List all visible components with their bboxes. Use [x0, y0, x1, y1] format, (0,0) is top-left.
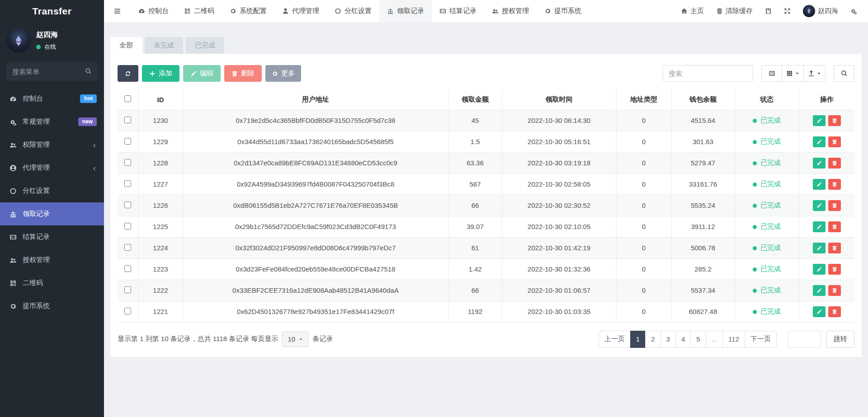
delete-row-button[interactable] — [828, 136, 841, 147]
delete-row-button[interactable] — [828, 221, 841, 232]
select-all-checkbox[interactable] — [124, 95, 131, 102]
status-dot-icon — [753, 267, 757, 272]
topnav-tab-authorization[interactable]: 授权管理 — [484, 0, 537, 22]
topnav-tab-label: 领取记录 — [397, 7, 424, 15]
fullscreen-button[interactable] — [784, 8, 791, 14]
row-checkbox[interactable] — [124, 244, 131, 251]
edit-row-button[interactable] — [813, 243, 826, 253]
page-button-3[interactable]: 3 — [660, 331, 676, 348]
row-checkbox[interactable] — [124, 138, 131, 145]
refresh-button[interactable] — [118, 65, 138, 82]
delete-row-button[interactable] — [828, 115, 841, 126]
user-menu[interactable]: 赵四海 — [803, 5, 838, 17]
top-navbar: 控制台 二维码 系统配置 代理管理 分红设置 领取记录 — [104, 0, 868, 22]
toggle-view-button[interactable] — [761, 65, 782, 82]
edit-row-button[interactable] — [813, 264, 826, 275]
edit-row-button[interactable] — [813, 306, 826, 317]
status-badge: 已完成 — [760, 244, 781, 251]
topnav-tab-dividends[interactable]: 分红设置 — [327, 0, 379, 22]
topnav-tab-system-config[interactable]: 系统配置 — [222, 0, 274, 22]
topnav-tab-agents[interactable]: 代理管理 — [274, 0, 327, 22]
sidebar-item-agents[interactable]: 代理管理 ‹ — [0, 156, 104, 179]
delete-row-button[interactable] — [828, 243, 841, 253]
sidebar-item-withdraw[interactable]: 提币系统 — [0, 295, 104, 318]
filter-tab-all[interactable]: 全部 — [110, 37, 142, 54]
row-checkbox[interactable] — [124, 117, 131, 123]
cell-amount: 63.36 — [448, 152, 502, 173]
page-button-5[interactable]: 5 — [690, 331, 706, 348]
row-checkbox[interactable] — [124, 201, 131, 208]
log-button[interactable] — [765, 8, 772, 14]
search-icon — [85, 68, 92, 75]
delete-row-button[interactable] — [828, 306, 841, 317]
home-link[interactable]: 主页 — [681, 7, 704, 15]
cell-address: 0x29b1c7565d72DDEfc9aC59f023Cd3dB2C0F491… — [183, 216, 448, 237]
sidebar-item-authorization[interactable]: 授权管理 — [0, 248, 104, 272]
edit-row-button[interactable] — [813, 200, 826, 211]
sidebar-search-input[interactable] — [6, 62, 98, 81]
topnav-tab-settlement[interactable]: 结算记录 — [432, 0, 484, 22]
search-submit-button[interactable] — [834, 65, 854, 82]
filter-tab-complete[interactable]: 已完成 — [186, 37, 224, 54]
edit-row-button[interactable] — [813, 136, 826, 147]
sidebar-item-console[interactable]: 控制台 hot — [0, 87, 104, 110]
delete-row-button[interactable] — [828, 285, 841, 296]
jump-page-input[interactable] — [788, 331, 821, 348]
row-checkbox[interactable] — [124, 308, 131, 314]
edit-row-button[interactable] — [813, 179, 826, 190]
sidebar-item-qrcode[interactable]: 二维码 — [0, 272, 104, 295]
clear-cache-button[interactable]: 清除缓存 — [716, 7, 753, 15]
delete-button[interactable]: 删除 — [224, 65, 262, 82]
jump-button[interactable]: 跳转 — [826, 331, 854, 348]
cell-id: 1222 — [138, 280, 183, 301]
page-button-4[interactable]: 4 — [675, 331, 691, 348]
sidebar-item-settlement[interactable]: 结算记录 — [0, 225, 104, 248]
next-page-button[interactable]: 下一页 — [745, 331, 777, 348]
sidebar-toggle-button[interactable] — [104, 0, 131, 22]
topnav-tab-claim-records[interactable]: 领取记录 — [379, 0, 432, 22]
sidebar-item-dividends[interactable]: 分红设置 — [0, 179, 104, 202]
topnav-tab-withdraw[interactable]: 提币系统 — [537, 0, 589, 22]
row-checkbox[interactable] — [124, 286, 131, 293]
sidebar-item-general[interactable]: 常规管理 new — [0, 110, 104, 133]
edit-row-button[interactable] — [813, 221, 826, 232]
edit-row-button[interactable] — [813, 158, 826, 169]
delete-row-button[interactable] — [828, 158, 841, 169]
add-button[interactable]: 添加 — [142, 65, 179, 82]
menu-bars-icon — [113, 7, 121, 15]
row-checkbox[interactable] — [124, 159, 131, 166]
settings-button[interactable] — [850, 8, 857, 14]
columns-button[interactable] — [782, 65, 804, 82]
table-search-input[interactable] — [663, 65, 753, 82]
filter-tab-incomplete[interactable]: 未完成 — [145, 37, 183, 54]
page-button-1[interactable]: 1 — [630, 331, 646, 348]
edit-row-button[interactable] — [813, 285, 826, 296]
more-button[interactable]: 更多 — [265, 65, 301, 82]
cell-actions — [799, 301, 854, 322]
delete-row-button[interactable] — [828, 200, 841, 211]
topnav-tab-console[interactable]: 控制台 — [131, 0, 176, 22]
cell-addr-type: 0 — [616, 237, 671, 258]
card-icon — [439, 8, 446, 14]
row-checkbox[interactable] — [124, 265, 131, 272]
sidebar-item-claim-records[interactable]: 领取记录 — [0, 202, 104, 225]
list-alt-icon — [769, 70, 775, 77]
prev-page-button[interactable]: 上一页 — [599, 331, 631, 348]
page-size-select[interactable]: 10 — [282, 332, 308, 347]
row-checkbox[interactable] — [124, 223, 131, 230]
edit-button[interactable]: 编辑 — [183, 65, 221, 82]
gauge-icon — [9, 95, 17, 103]
cogs-icon — [9, 118, 17, 126]
page-button-112[interactable]: 112 — [722, 331, 745, 348]
topnav-tab-qrcode[interactable]: 二维码 — [176, 0, 222, 22]
sidebar-item-label: 结算记录 — [23, 233, 50, 241]
delete-row-button[interactable] — [828, 264, 841, 275]
user-status-label: 在线 — [44, 43, 56, 51]
row-checkbox[interactable] — [124, 180, 131, 187]
edit-row-button[interactable] — [813, 115, 826, 126]
page-button-2[interactable]: 2 — [645, 331, 660, 348]
export-button[interactable] — [803, 65, 826, 82]
pencil-icon — [816, 245, 822, 251]
sidebar-item-permissions[interactable]: 权限管理 ‹ — [0, 133, 104, 156]
delete-row-button[interactable] — [828, 179, 841, 190]
